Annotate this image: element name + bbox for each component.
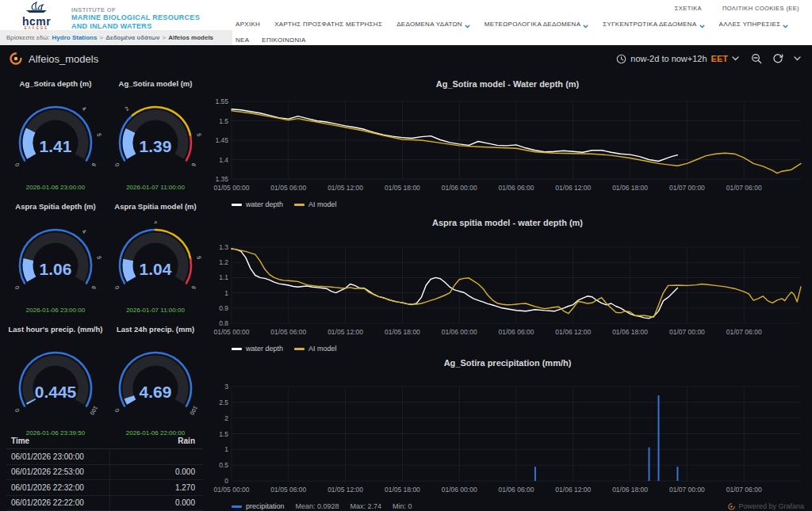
cell-rain: 0.000 bbox=[109, 465, 203, 480]
gauge-panel-aspra-spitia-depth-m: Aspra Spitia depth (m)04561.062026-01-06… bbox=[6, 202, 105, 314]
chart-ag-sotira-precipitation-mm-h: 00.511.522.5301/05 00:0001/05 06:0001/05… bbox=[208, 372, 807, 497]
gauge-value: 0.445 bbox=[35, 383, 77, 401]
x-axis-label: 01/07 06:00 bbox=[726, 486, 762, 494]
gauge-tick-label: 5 bbox=[96, 256, 102, 260]
legend-color-swatch bbox=[232, 204, 242, 206]
y-axis-label: 1.55 bbox=[215, 97, 228, 105]
chevron-down-icon bbox=[783, 25, 788, 29]
clock-icon bbox=[616, 54, 626, 64]
nav-item-[interactable]: ΜΕΤΕΩΡΟΛΟΓΙΚΑ ΔΕΔΟΜΕΝΑ bbox=[485, 21, 588, 29]
chevron-down-icon bbox=[732, 56, 739, 61]
breadcrumb-link-water-data[interactable]: Δεδομένα υδάτων bbox=[105, 34, 159, 41]
breadcrumb-link-hydro-stations[interactable]: Hydro Stations bbox=[52, 34, 98, 41]
legend-item-water-depth[interactable]: water depth bbox=[232, 200, 283, 208]
table-header-rain[interactable]: Rain bbox=[109, 433, 203, 448]
gauge-last-24h-precip-mm: 01004.69 bbox=[106, 344, 205, 423]
chart-legend: water depthAI model bbox=[232, 198, 807, 211]
time-range-picker[interactable]: now-2d to now+12h EET bbox=[613, 51, 742, 67]
y-axis-label: 1 bbox=[224, 289, 228, 297]
bar-precipitation bbox=[534, 467, 536, 481]
gauge-tick-label: 100 bbox=[189, 405, 198, 416]
legend-item-ai-model[interactable]: AI model bbox=[294, 345, 337, 353]
top-link-[interactable]: ΣΧΕΤΙΚΑ bbox=[675, 5, 702, 12]
logo-acronym: hcmr bbox=[17, 17, 56, 26]
powered-by[interactable]: Powered by Grafana bbox=[728, 502, 804, 510]
legend-item-ai-model[interactable]: AI model bbox=[294, 200, 337, 208]
legend-item-water-depth[interactable]: water depth bbox=[232, 345, 283, 353]
hcmr-logo[interactable]: hcmr ΕΛΚΕΘΕ bbox=[17, 2, 56, 30]
top-links: ΣΧΕΤΙΚΑΠΟΛΙΤΙΚΗ COOKIES (ΕΕ) bbox=[675, 5, 799, 12]
boat-icon bbox=[23, 2, 50, 13]
series-water-depth bbox=[232, 109, 677, 162]
gauge-value: 4.69 bbox=[140, 383, 172, 401]
cell-rain: 1.270 bbox=[109, 480, 203, 495]
x-axis-label: 01/05 12:00 bbox=[327, 328, 363, 336]
legend-item-precipitation[interactable]: precipitation bbox=[232, 502, 285, 510]
chevron-down-icon bbox=[794, 56, 801, 61]
gauge-last-hour-s-precip-mm-h: 01000.445 bbox=[6, 344, 105, 423]
gauge-tick-label: 0 bbox=[113, 162, 120, 168]
x-axis-label: 01/07 00:00 bbox=[669, 184, 705, 192]
cell-rain bbox=[109, 449, 203, 464]
site-header: hcmr ΕΛΚΕΘΕ INSTITUTE OF MARINE BIOLOGIC… bbox=[0, 0, 812, 45]
x-axis-label: 01/06 00:00 bbox=[442, 486, 477, 494]
gauge-timestamp: 2026-01-06 23:00:00 bbox=[6, 184, 105, 191]
y-axis-label: 0.9 bbox=[219, 304, 228, 312]
nav-item-[interactable]: ΝΕΑ bbox=[236, 36, 249, 44]
y-axis-label: 0 bbox=[224, 477, 228, 485]
nav-item-[interactable]: ΑΛΛΕΣ ΥΠΗΡΕΣΙΕΣ bbox=[719, 21, 789, 29]
y-axis-label: 1.5 bbox=[219, 117, 228, 125]
gauge-tick-label: 0 bbox=[13, 162, 20, 168]
gauge-panel-last-hour-s-precip-mm-h: Last hour's precip. (mm/h)01000.4452026-… bbox=[6, 325, 105, 437]
gauge-ag-sotira-model-m: 02561.39 bbox=[106, 98, 205, 177]
nav-item-[interactable]: ΔΕΔΟΜΕΝΑ ΥΔΑΤΩΝ bbox=[396, 21, 470, 29]
bar-precipitation bbox=[676, 467, 678, 481]
x-axis-label: 01/05 06:00 bbox=[270, 328, 306, 336]
grafana-logo-icon bbox=[10, 52, 22, 65]
table-header-row: Time Rain bbox=[6, 433, 203, 449]
panel-title: Aspra Spitia model (m) bbox=[106, 202, 205, 212]
nav-item-label: ΧΑΡΤΗΣ ΠΡΟΣΦΑΤΗΣ ΜΕΤΡΗΣΗΣ bbox=[274, 21, 382, 28]
gauge-tick-label: 0 bbox=[113, 285, 120, 291]
panel-ag-sotira-precipitation-mm-h: Ag_Sotira precipitation (mm/h)00.511.522… bbox=[208, 358, 807, 511]
x-axis-label: 01/06 12:00 bbox=[555, 486, 591, 494]
x-axis-label: 01/06 18:00 bbox=[612, 486, 648, 494]
table-row: 06/01/2026 23:00:00 bbox=[6, 449, 203, 465]
table-header-time[interactable]: Time bbox=[6, 437, 109, 445]
chevron-down-icon bbox=[465, 25, 470, 29]
breadcrumb-separator: > bbox=[162, 34, 166, 41]
nav-item-label: ΔΕΔΟΜΕΝΑ ΥΔΑΤΩΝ bbox=[396, 21, 462, 28]
nav-item-[interactable]: ΑΡΧΙΚΗ bbox=[236, 21, 260, 28]
nav-item-[interactable]: ΕΠΙΚΟΙΝΩΝΙΑ bbox=[262, 36, 305, 44]
panel-title: Ag_Sotira precipitation (mm/h) bbox=[208, 358, 807, 372]
x-axis-label: 01/05 00:00 bbox=[214, 486, 250, 494]
breadcrumb: Βρίσκεστε εδώ: Hydro Stations > Δεδομένα… bbox=[0, 30, 232, 45]
panel-title: Last 24h precip. (mm) bbox=[106, 325, 205, 334]
gauge-tick-label: 5 bbox=[196, 133, 202, 137]
gauge-value: 1.06 bbox=[40, 260, 72, 278]
zoom-out-button[interactable] bbox=[749, 51, 764, 66]
nav-item-label: ΑΡΧΙΚΗ bbox=[236, 21, 260, 28]
gauge-tick-label: 3 bbox=[154, 221, 157, 224]
x-axis-label: 01/06 06:00 bbox=[499, 486, 534, 494]
nav-item-label: ΜΕΤΕΩΡΟΛΟΓΙΚΑ ΔΕΔΟΜΕΝΑ bbox=[485, 21, 580, 28]
gauge-ag-sotira-depth-m: 04561.41 bbox=[6, 98, 105, 177]
refresh-interval-dropdown[interactable] bbox=[792, 55, 802, 63]
top-link-cookies[interactable]: ΠΟΛΙΤΙΚΗ COOKIES (ΕΕ) bbox=[722, 5, 799, 12]
refresh-button[interactable] bbox=[771, 51, 785, 66]
gauge-panel-aspra-spitia-model-m: Aspra Spitia model (m)03561.042026-01-07… bbox=[106, 202, 205, 314]
x-axis-label: 01/07 00:00 bbox=[669, 328, 705, 336]
y-axis-label: 1 bbox=[224, 445, 228, 453]
chart-legend: water depthAI model bbox=[232, 342, 807, 355]
panel-ag-sotira-model-water-depth-m: Ag_Sotira model - Water depth (m)1.351.4… bbox=[208, 79, 807, 211]
x-axis-label: 01/05 06:00 bbox=[270, 184, 306, 192]
legend-label: precipitation bbox=[246, 502, 285, 510]
nav-item-[interactable]: ΧΑΡΤΗΣ ΠΡΟΣΦΑΤΗΣ ΜΕΤΡΗΣΗΣ bbox=[274, 21, 382, 28]
gauge-tick-label: 0 bbox=[13, 408, 20, 414]
nav-item-[interactable]: ΣΥΓΚΕΝΤΡΩΤΙΚΑ ΔΕΔΟΜΕΝΑ bbox=[603, 21, 704, 29]
gauge-tick-label: 4 bbox=[81, 228, 87, 235]
x-axis-label: 01/06 06:00 bbox=[499, 184, 534, 192]
y-axis-label: 1.5 bbox=[219, 430, 228, 438]
gauge-timestamp: 2026-01-06 23:00:00 bbox=[6, 307, 105, 314]
panel-title: Ag_Sotira model - Water depth (m) bbox=[208, 79, 807, 93]
